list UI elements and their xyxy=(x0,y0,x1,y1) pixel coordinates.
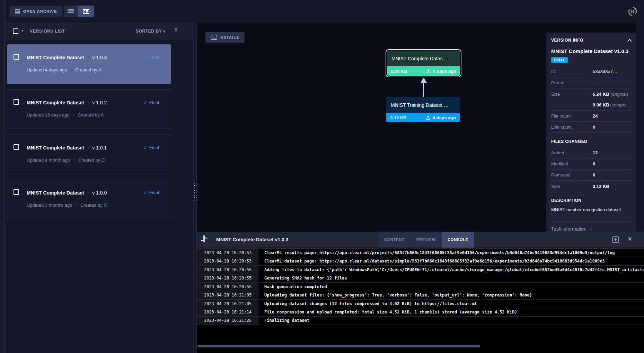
log-row: 2023-04-28 16:21:26 Finalizing dataset xyxy=(197,316,644,325)
log-row: 2023-04-28 16:20:55 Adding files to data… xyxy=(197,265,644,274)
console-tabs: CONTENT PREVIEW CONSOLE xyxy=(378,232,474,248)
version-card-v1-0-3[interactable]: MNIST Complete Dataset • v 1.0.3 ✓ Final… xyxy=(7,44,171,84)
info-row-changed-size: Size 3.12 KB xyxy=(551,181,631,192)
horizontal-scrollbar[interactable] xyxy=(197,344,644,348)
log-message: Uploading dataset files: {'show_progress… xyxy=(258,291,532,300)
log-timestamp: 2023-04-28 16:21:05 xyxy=(197,291,258,300)
upload-icon xyxy=(426,69,431,74)
tab-console[interactable]: CONSOLE xyxy=(442,232,474,248)
version-card-v1-0-2[interactable]: MNIST Complete Dataset • v 1.0.2 ✓ Final… xyxy=(7,89,171,129)
log-timestamp: 2023-04-28 16:20:55 xyxy=(197,283,258,291)
status-badge: ✓ Final xyxy=(143,190,159,195)
version-card-title-row: MNIST Complete Dataset • v 1.0.2 xyxy=(27,100,107,105)
version-info-rows: ID b3d848a7… Parent - Size 6.24 KB (orig… xyxy=(551,66,631,133)
info-row-removed: Removed 0 xyxy=(551,170,631,181)
details-button[interactable]: > DETAILS xyxy=(205,32,245,43)
auto-refresh-button[interactable] xyxy=(625,4,640,19)
version-checkbox[interactable] xyxy=(14,189,19,195)
collapse-chevron-icon[interactable] xyxy=(627,39,632,43)
dot-separator: • xyxy=(70,68,72,72)
log-timestamp: 2023-04-28 16:21:05 xyxy=(197,300,258,308)
dataset-name: MNIST Complete Dataset xyxy=(27,145,84,150)
updated-text: Updated 3 months ago xyxy=(27,203,72,208)
version-checkbox[interactable] xyxy=(14,144,19,150)
dataset-name: MNIST Complete Dataset xyxy=(27,190,84,196)
close-icon[interactable]: ✕ xyxy=(627,235,632,243)
node-time: 4 days ago xyxy=(433,115,456,120)
log-row: 2023-04-28 16:20:53 ClearML results page… xyxy=(197,248,644,257)
log-message: Generating SHA2 hash for 12 files xyxy=(258,274,347,283)
log-row: 2023-04-28 16:20:55 Generating SHA2 hash… xyxy=(197,274,644,283)
panel-splitter[interactable] xyxy=(193,23,197,353)
dataset-name: MNIST Complete Dataset xyxy=(27,100,84,105)
select-all-checkbox[interactable] xyxy=(13,28,18,34)
terminal-icon: > xyxy=(211,35,217,40)
updated-text: Updated a month ago xyxy=(27,157,70,163)
lineage-edge-arrowhead-icon xyxy=(421,77,427,83)
version-card-subtitle: Updated 18 days ago • Created by A xyxy=(27,112,104,118)
version-card-v1-0-1[interactable]: MNIST Complete Dataset • v 1.0.1 ✓ Final… xyxy=(7,135,171,174)
info-row-parent: Parent - xyxy=(551,77,631,88)
version-card-v1-0-0[interactable]: MNIST Complete Dataset • v 1.0.0 ✓ Final… xyxy=(7,180,171,219)
log-message: Adding files to dataset: {'path': Window… xyxy=(258,266,644,274)
version-card-title-row: MNIST Complete Dataset • v 1.0.1 xyxy=(27,145,107,150)
log-message: ClearML results page: https://app.clear.… xyxy=(258,249,615,257)
created-text: Created by A xyxy=(75,67,101,72)
select-all-caret-icon[interactable]: ▾ xyxy=(21,28,24,33)
dot-separator: • xyxy=(73,113,74,117)
tab-preview[interactable]: PREVIEW xyxy=(411,232,442,248)
log-message: Uploading dataset changes (12 files comp… xyxy=(258,300,477,308)
console-panel: > MNIST Complete Dataset v1.0.3 CONTENT … xyxy=(197,232,644,353)
filter-icon[interactable] xyxy=(174,28,178,35)
tab-content[interactable]: CONTENT xyxy=(378,232,411,248)
sorted-by-caret-icon: ▾ xyxy=(163,29,165,33)
table-view-button[interactable] xyxy=(64,6,78,17)
versions-list-title: VERSIONS LIST xyxy=(30,29,65,34)
popout-icon[interactable] xyxy=(612,236,619,244)
updated-text: Updated 4 days ago xyxy=(27,67,67,72)
task-information-link[interactable]: Task information → xyxy=(551,226,631,232)
console-log: 2023-04-28 16:20:53 ClearML results page… xyxy=(197,248,644,325)
divider xyxy=(551,221,631,222)
node-size: 6.24 KB xyxy=(391,69,407,74)
dot-separator: • xyxy=(73,158,75,162)
log-message: ClearML dataset page: https://app.clear.… xyxy=(258,257,605,266)
horizontal-scrollbar-thumb[interactable] xyxy=(197,345,480,347)
check-icon: ✓ xyxy=(143,55,147,60)
node-size: 3.12 KB xyxy=(390,115,407,120)
version-checkbox[interactable] xyxy=(14,54,19,60)
log-message: File compression and upload completed: t… xyxy=(258,308,517,317)
log-timestamp: 2023-04-28 16:20:53 xyxy=(197,257,258,266)
dot-separator: • xyxy=(88,101,89,105)
log-timestamp: 2023-04-28 16:20:55 xyxy=(197,266,258,274)
graph-node-training-dataset[interactable]: MNIST Training Dataset … 3.12 KB 4 days … xyxy=(386,97,460,122)
check-icon: ✓ xyxy=(143,100,147,105)
version-info-title: MNIST Complete Dataset v1.0.3 xyxy=(551,48,631,54)
status-badge: ✓ Final xyxy=(143,145,159,150)
version-card-subtitle: Updated 3 months ago • Created by R xyxy=(27,203,107,208)
description-header: DESCRIPTION xyxy=(551,198,631,203)
node-title: MNIST Training Dataset … xyxy=(386,97,460,113)
archive-icon xyxy=(15,9,20,14)
log-timestamp: 2023-04-28 16:20:53 xyxy=(197,249,258,257)
open-archive-button[interactable]: OPEN ARCHIVE xyxy=(10,6,62,17)
split-view-button[interactable] xyxy=(78,6,94,17)
node-title: MNIST Complete Datas… xyxy=(387,51,460,66)
node-time: 4 days ago xyxy=(433,69,456,74)
version-info-panel: VERSION INFO MNIST Complete Dataset v1.0… xyxy=(546,33,636,232)
files-changed-header: FILES CHANGED xyxy=(551,139,631,144)
status-badge: ✓ Final xyxy=(143,55,159,60)
version-checkbox[interactable] xyxy=(14,99,19,105)
dataset-name: MNIST Complete Dataset xyxy=(27,55,84,60)
info-row-size-original: Size 6.24 KB (original) xyxy=(551,88,631,100)
version-card-title-row: MNIST Complete Dataset • v 1.0.3 xyxy=(27,55,107,60)
splitter-drag-handle-icon[interactable] xyxy=(194,183,195,183)
sorted-by-dropdown[interactable]: SORTED BY ▾ xyxy=(136,29,165,34)
upload-icon xyxy=(426,115,431,120)
log-timestamp: 2023-04-28 16:20:55 xyxy=(197,274,258,283)
view-toggle-group xyxy=(64,6,94,17)
graph-node-complete-dataset[interactable]: MNIST Complete Datas… 6.24 KB 4 days ago xyxy=(386,49,461,77)
split-view-icon xyxy=(83,9,89,14)
console-header: > MNIST Complete Dataset v1.0.3 CONTENT … xyxy=(197,232,644,248)
dot-separator: • xyxy=(76,203,77,207)
